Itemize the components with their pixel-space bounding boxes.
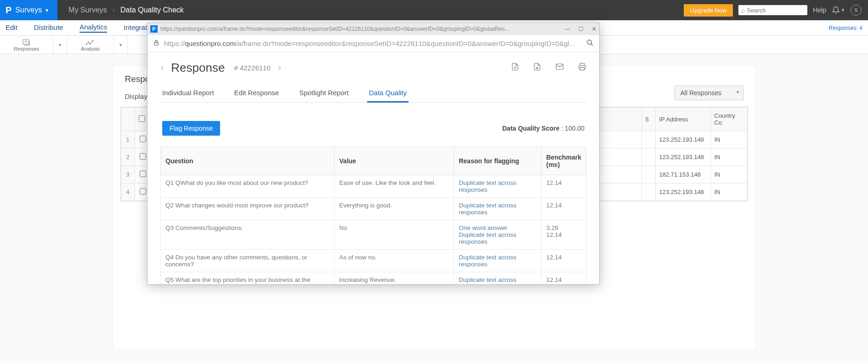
dq-reason: Duplicate text across responses <box>454 272 541 285</box>
toolbar-analysis-label: Analysis <box>81 46 100 52</box>
dq-benchmark: 12.14 <box>541 175 586 198</box>
row-ip: 182.71.153.146 <box>655 166 710 183</box>
bell-icon <box>832 6 840 14</box>
topbar: P Surveys ▼ My Surveys › Data Quality Ch… <box>0 0 868 20</box>
dq-question: Q5 What are the top priorities in your b… <box>161 272 335 285</box>
tab-edit-response[interactable]: Edit Response <box>233 84 281 102</box>
svg-rect-5 <box>154 42 158 45</box>
topbar-right: Upgrade Now ⌕ Help ▼ S <box>684 4 868 17</box>
close-button[interactable]: ✕ <box>592 26 596 32</box>
chevron-right-icon: › <box>113 6 115 14</box>
dq-reason: One word answer Duplicate text across re… <box>454 220 541 250</box>
row-country: IN <box>710 149 747 166</box>
caret-down-icon: ▼ <box>45 8 49 13</box>
tab-distribute[interactable]: Distribute <box>34 23 63 32</box>
favicon-icon: P <box>150 25 158 33</box>
response-editor-window: P https://questionpro.com/a/frame.do?mod… <box>147 23 600 285</box>
logo-icon: P <box>6 5 11 16</box>
prev-response-button[interactable]: ‹ <box>160 62 164 74</box>
toolbar-analysis-dropdown[interactable]: ▼ <box>114 36 128 54</box>
dq-col-value: Value <box>335 147 454 175</box>
search-field[interactable]: ⌕ <box>738 5 807 15</box>
dq-value: Increasing Revenue. <box>335 272 454 285</box>
dq-col-benchmark: Benchmark (ms) <box>541 147 586 175</box>
row-checkbox[interactable] <box>140 136 146 142</box>
data-quality-table: Question Value Reason for flagging Bench… <box>160 147 586 284</box>
modal-body: ‹ Response # 42226110 › Individual Repor… <box>148 52 599 284</box>
toolbar-analysis[interactable]: Analysis <box>67 36 114 54</box>
row-checkbox[interactable] <box>140 153 146 160</box>
col-country[interactable]: Country Co <box>710 108 747 131</box>
tab-edit[interactable]: Edit <box>6 23 17 32</box>
response-title: Response <box>171 61 225 75</box>
url-field[interactable]: https://questionpro.com/a/frame.do?mode=… <box>164 40 582 47</box>
dq-row: Q2 What changes would most improve our p… <box>161 198 586 220</box>
svg-point-4 <box>93 40 94 41</box>
product-switcher[interactable]: P Surveys ▼ <box>0 0 57 20</box>
flag-response-button[interactable]: Flag Response <box>162 121 220 136</box>
dq-reason: Duplicate text across responses <box>454 250 541 272</box>
svg-rect-7 <box>556 64 563 69</box>
row-checkbox[interactable] <box>140 171 146 177</box>
crumb-my-surveys[interactable]: My Surveys <box>68 6 107 14</box>
export-xls-button[interactable] <box>533 63 541 73</box>
dq-benchmark: 12.14 <box>541 250 586 272</box>
responses-count: Responses: 4 <box>829 25 862 31</box>
tab-analytics[interactable]: Analytics <box>79 23 107 33</box>
row-country: IN <box>710 131 747 149</box>
col-ip[interactable]: IP Address <box>655 108 710 131</box>
dq-value: No <box>335 220 454 250</box>
dq-value: Ease of use. Like the look and feel. <box>335 175 454 198</box>
col-5[interactable]: 5 <box>641 108 655 131</box>
toolbar-responses-dropdown[interactable]: ▼ <box>53 36 67 54</box>
user-avatar[interactable]: S <box>851 5 862 16</box>
notifications-button[interactable]: ▼ <box>832 6 845 14</box>
dq-col-reason: Reason for flagging <box>454 147 541 175</box>
row-country: IN <box>710 183 747 201</box>
row-ip: 123.252.193.148 <box>655 149 710 166</box>
next-response-button[interactable]: › <box>278 62 281 74</box>
zoom-icon[interactable] <box>586 39 594 48</box>
help-link[interactable]: Help <box>813 6 826 14</box>
export-pdf-button[interactable] <box>511 63 519 73</box>
response-id: # 42226110 <box>234 64 270 72</box>
address-bar: https://questionpro.com/a/frame.do?mode=… <box>148 35 599 52</box>
dq-benchmark: 12.14 <box>541 272 586 285</box>
svg-rect-0 <box>23 39 28 44</box>
row-country: IN <box>710 166 747 183</box>
data-quality-score: Data Quality Score : 100.00 <box>502 125 584 132</box>
upgrade-button[interactable]: Upgrade Now <box>684 4 733 17</box>
filter-label: All Responses <box>681 89 722 97</box>
search-input[interactable] <box>747 7 797 14</box>
minimize-button[interactable]: — <box>565 26 570 32</box>
flag-row: Flag Response Data Quality Score : 100.0… <box>160 121 586 136</box>
tab-individual-report[interactable]: Individual Report <box>160 84 216 102</box>
maximize-button[interactable]: ☐ <box>579 26 584 32</box>
svg-point-6 <box>587 40 591 44</box>
row-ip: 123.252.193.148 <box>655 131 710 149</box>
dq-row: Q5 What are the top priorities in your b… <box>161 272 586 285</box>
dq-row: Q1 QWhat do you like most about our new … <box>161 175 586 198</box>
tab-data-quality[interactable]: Data Quality <box>367 84 409 103</box>
avatar-initial: S <box>854 7 857 13</box>
dq-row: Q3 Comments/Suggestions:NoOne word answe… <box>161 220 586 250</box>
breadcrumb: My Surveys › Data Quality Check <box>68 6 184 14</box>
window-titlebar[interactable]: P https://questionpro.com/a/frame.do?mod… <box>148 23 599 35</box>
row-ip: 123.252.193.148 <box>655 183 710 201</box>
dq-reason: Duplicate text across responses <box>454 175 541 198</box>
crumb-current: Data Quality Check <box>120 6 184 14</box>
responses-filter-dropdown[interactable]: All Responses <box>675 86 743 100</box>
product-label: Surveys <box>15 6 42 14</box>
dq-benchmark: 3.29 12.14 <box>541 220 586 250</box>
analysis-icon <box>85 39 95 46</box>
search-icon: ⌕ <box>741 6 745 14</box>
tab-spotlight-report[interactable]: Spotlight Report <box>297 84 351 102</box>
toolbar-responses[interactable]: Responses <box>0 36 53 54</box>
select-all-checkbox[interactable] <box>139 115 145 122</box>
dq-question: Q2 What changes would most improve our p… <box>161 198 335 220</box>
dq-question: Q4 Do you have any other comments, quest… <box>161 250 335 272</box>
print-button[interactable] <box>578 63 586 73</box>
row-checkbox[interactable] <box>140 188 146 195</box>
email-button[interactable] <box>555 63 564 73</box>
responses-icon <box>22 39 32 46</box>
